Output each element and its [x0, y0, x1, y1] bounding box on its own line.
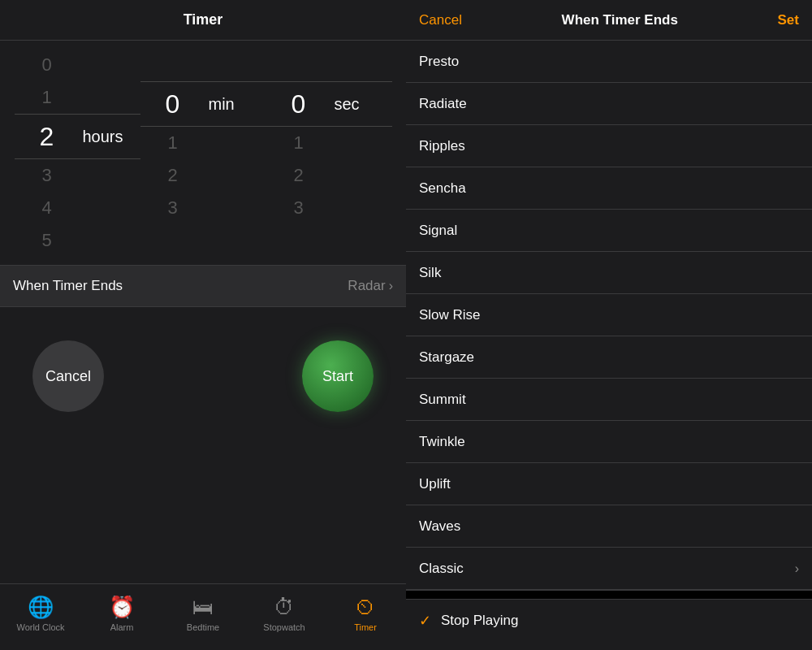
- list-separator: [406, 590, 812, 600]
- timer-panel: Timer 0 1 2 hours 3: [0, 0, 406, 650]
- ringtone-set-button[interactable]: Set: [778, 12, 799, 28]
- tab-bar: 🌐 World Clock ⏰ Alarm 🛏 Bedtime ⏱ Stopwa…: [0, 583, 406, 650]
- time-picker[interactable]: 0 1 2 hours 3 4: [0, 41, 406, 265]
- picker-columns: 0 1 2 hours 3 4: [0, 49, 406, 257]
- hours-above-row: 0: [15, 49, 140, 81]
- ringtone-silk[interactable]: Silk: [406, 252, 812, 294]
- ringtone-waves-left: Waves: [419, 518, 460, 535]
- ringtone-radiate[interactable]: Radiate: [406, 83, 812, 125]
- seconds-column[interactable]: 0 sec 1 2 3: [266, 81, 392, 224]
- tab-timer[interactable]: ⏲ Timer: [333, 595, 398, 632]
- tab-stopwatch[interactable]: ⏱ Stopwatch: [252, 595, 317, 632]
- ringtone-ripples-name: Ripples: [419, 138, 465, 154]
- ringtone-twinkle-name: Twinkle: [419, 434, 465, 450]
- hours-below-1: 4: [15, 192, 80, 224]
- sec-below-row-2: 3: [266, 192, 392, 224]
- ringtone-header-title: When Timer Ends: [562, 12, 678, 28]
- minutes-selected: 0: [140, 81, 205, 127]
- ringtone-ripples[interactable]: Ripples: [406, 125, 812, 167]
- sec-below-2: 3: [266, 192, 331, 224]
- start-button-label: Start: [322, 368, 353, 385]
- stop-playing-check-icon: ✓: [419, 612, 431, 630]
- ringtone-presto-left: Presto: [419, 54, 459, 70]
- ringtone-stargaze-name: Stargaze: [419, 349, 474, 366]
- alarm-icon: ⏰: [109, 595, 135, 620]
- stop-playing-label: Stop Playing: [441, 613, 518, 629]
- ringtone-list: Presto Radiate Ripples Sencha Signal: [406, 41, 812, 650]
- when-timer-chevron-icon: ›: [389, 279, 393, 293]
- hours-above-0: 0: [15, 49, 80, 81]
- min-below-row-1: 2: [140, 159, 266, 192]
- ringtone-presto-name: Presto: [419, 54, 459, 70]
- sec-below-row-1: 2: [266, 159, 392, 192]
- ringtone-summit-name: Summit: [419, 392, 466, 408]
- min-below-0: 1: [140, 127, 205, 159]
- hours-selected: 2: [15, 114, 80, 159]
- sec-below-0: 1: [266, 127, 331, 159]
- ringtone-classic-chevron-icon: ›: [795, 561, 799, 576]
- tab-world-clock[interactable]: 🌐 World Clock: [8, 595, 73, 632]
- tab-bedtime[interactable]: 🛏 Bedtime: [171, 595, 235, 632]
- ringtone-sencha[interactable]: Sencha: [406, 167, 812, 210]
- ringtone-classic-left: Classic: [419, 561, 464, 577]
- tab-alarm[interactable]: ⏰ Alarm: [89, 595, 154, 632]
- hours-below-row-2: 5: [15, 224, 140, 257]
- min-below-2: 3: [140, 192, 205, 224]
- when-timer-ends-panel: Cancel When Timer Ends Set Presto Radiat…: [406, 0, 812, 650]
- min-below-1: 2: [140, 159, 205, 192]
- ringtone-stargaze[interactable]: Stargaze: [406, 336, 812, 379]
- ringtone-slow-rise-name: Slow Rise: [419, 307, 481, 323]
- ringtone-uplift[interactable]: Uplift: [406, 463, 812, 505]
- start-button[interactable]: Start: [302, 340, 374, 412]
- stop-playing-item[interactable]: ✓ Stop Playing: [406, 600, 812, 642]
- hours-above-row-1: 1: [15, 81, 140, 114]
- tab-stopwatch-label: Stopwatch: [263, 622, 304, 632]
- world-clock-icon: 🌐: [28, 595, 54, 620]
- min-below-row-2: 3: [140, 192, 266, 224]
- seconds-selected: 0: [266, 81, 331, 127]
- ringtone-summit[interactable]: Summit: [406, 379, 812, 421]
- ringtone-presto[interactable]: Presto: [406, 41, 812, 83]
- ringtone-uplift-name: Uplift: [419, 476, 451, 492]
- ringtone-radiate-left: Radiate: [419, 96, 467, 112]
- minutes-column[interactable]: 0 min 1 2 3: [140, 81, 266, 224]
- hours-below-row-0: 3: [15, 159, 140, 192]
- min-below-row-0: 1: [140, 127, 266, 159]
- when-timer-value: Radar ›: [348, 278, 393, 294]
- ringtone-radiate-name: Radiate: [419, 96, 467, 112]
- sec-below-row-0: 1: [266, 127, 392, 159]
- ringtone-silk-name: Silk: [419, 265, 441, 281]
- timer-title: Timer: [184, 11, 223, 28]
- ringtone-uplift-left: Uplift: [419, 476, 451, 492]
- ringtone-signal-left: Signal: [419, 223, 457, 239]
- stopwatch-icon: ⏱: [274, 595, 295, 620]
- hours-below-row-1: 4: [15, 192, 140, 224]
- sec-below-1: 2: [266, 159, 331, 192]
- timer-buttons: Cancel Start: [0, 307, 406, 445]
- cancel-button-label: Cancel: [45, 368, 91, 385]
- when-timer-label: When Timer Ends: [13, 278, 123, 294]
- ringtone-twinkle-left: Twinkle: [419, 434, 465, 450]
- ringtone-silk-left: Silk: [419, 265, 441, 281]
- ringtone-signal[interactable]: Signal: [406, 210, 812, 252]
- when-timer-sound: Radar: [348, 278, 385, 294]
- bedtime-icon: 🛏: [192, 595, 214, 620]
- when-timer-ends-row[interactable]: When Timer Ends Radar ›: [0, 265, 406, 307]
- hours-column[interactable]: 0 1 2 hours 3 4: [15, 49, 140, 257]
- ringtone-summit-left: Summit: [419, 392, 466, 408]
- timer-icon: ⏲: [355, 595, 376, 620]
- hours-unit: hours: [80, 114, 140, 159]
- tab-alarm-label: Alarm: [110, 622, 134, 632]
- ringtone-slow-rise[interactable]: Slow Rise: [406, 294, 812, 336]
- ringtone-twinkle[interactable]: Twinkle: [406, 421, 812, 463]
- spacer: [0, 445, 406, 583]
- minutes-unit: min: [205, 81, 266, 127]
- tab-timer-label: Timer: [354, 622, 377, 632]
- ringtone-waves[interactable]: Waves: [406, 505, 812, 548]
- ringtone-cancel-button[interactable]: Cancel: [419, 12, 462, 28]
- seconds-unit: sec: [331, 81, 392, 127]
- ringtone-sencha-left: Sencha: [419, 180, 466, 197]
- ringtone-classic[interactable]: Classic ›: [406, 548, 812, 590]
- cancel-button[interactable]: Cancel: [32, 340, 104, 412]
- tab-bedtime-label: Bedtime: [187, 622, 219, 632]
